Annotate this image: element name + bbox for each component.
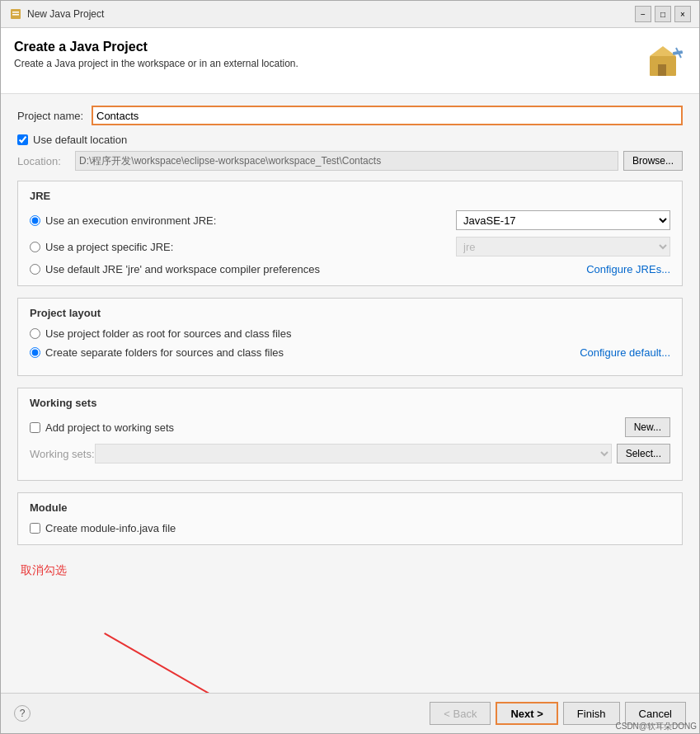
create-module-checkbox[interactable] bbox=[30, 523, 40, 534]
jre-default-radio[interactable] bbox=[30, 264, 40, 275]
svg-rect-2 bbox=[12, 14, 19, 16]
project-name-label: Project name: bbox=[17, 110, 92, 122]
svg-rect-5 bbox=[658, 64, 666, 76]
configure-default-link[interactable]: Configure default... bbox=[580, 346, 670, 359]
jre-section-title: JRE bbox=[30, 190, 670, 202]
project-name-row: Project name: bbox=[17, 106, 683, 125]
location-input bbox=[75, 151, 618, 171]
dialog-header: Create a Java Project Create a Java proj… bbox=[1, 28, 699, 94]
svg-rect-1 bbox=[12, 12, 19, 13]
location-label: Location: bbox=[17, 155, 75, 167]
dialog-footer: ? < Back Next > Finish Cancel bbox=[1, 693, 699, 733]
dialog-header-subtitle: Create a Java project in the workspace o… bbox=[14, 58, 298, 69]
module-section: Module Create module-info.java file bbox=[17, 492, 683, 545]
svg-marker-4 bbox=[650, 46, 676, 56]
layout-root-label: Use project folder as root for sources a… bbox=[45, 327, 291, 340]
jre-project-select: jre bbox=[456, 237, 670, 256]
layout-separate-label: Create separate folders for sources and … bbox=[45, 346, 284, 359]
watermark: CSDN@软耳朵DONG bbox=[616, 721, 698, 732]
working-sets-section: Working sets Add project to working sets… bbox=[17, 388, 683, 481]
jre-project-label: Use a project specific JRE: bbox=[45, 241, 173, 253]
working-sets-label: Working sets: bbox=[30, 448, 95, 460]
help-button[interactable]: ? bbox=[14, 705, 31, 722]
module-title: Module bbox=[30, 501, 670, 514]
use-default-location-label: Use default location bbox=[33, 134, 127, 146]
header-icon bbox=[646, 40, 686, 82]
layout-root-radio[interactable] bbox=[30, 328, 40, 339]
use-default-location-checkbox[interactable] bbox=[17, 134, 28, 145]
working-sets-select bbox=[95, 444, 612, 463]
maximize-button[interactable]: □ bbox=[655, 6, 671, 22]
jre-default-label: Use default JRE 'jre' and workspace comp… bbox=[45, 263, 320, 275]
project-layout-section: Project layout Use project folder as roo… bbox=[17, 298, 683, 376]
create-module-label: Create module-info.java file bbox=[45, 522, 176, 534]
dialog-body: Project name: Use default location Locat… bbox=[1, 94, 699, 693]
new-working-set-button[interactable]: New... bbox=[625, 417, 670, 437]
add-working-sets-checkbox[interactable] bbox=[30, 422, 40, 433]
title-bar: New Java Project − □ × bbox=[1, 1, 699, 28]
module-checkbox-row: Create module-info.java file bbox=[30, 522, 670, 534]
project-layout-title: Project layout bbox=[30, 307, 670, 319]
title-bar-controls: − □ × bbox=[635, 6, 691, 22]
new-java-project-dialog: New Java Project − □ × Create a Java Pro… bbox=[0, 0, 700, 734]
jre-section: JRE Use an execution environment JRE: Ja… bbox=[17, 181, 683, 286]
jre-project-radio[interactable] bbox=[30, 242, 40, 252]
jre-option3-row: Use default JRE 'jre' and workspace comp… bbox=[30, 263, 670, 275]
layout-option1-row: Use project folder as root for sources a… bbox=[30, 327, 670, 340]
jre-env-label: Use an execution environment JRE: bbox=[45, 214, 216, 227]
project-name-input[interactable] bbox=[92, 106, 683, 125]
jre-option1-row: Use an execution environment JRE: JavaSE… bbox=[30, 210, 670, 230]
jre-env-select[interactable]: JavaSE-17 JavaSE-11 JavaSE-8 bbox=[456, 210, 670, 230]
back-button[interactable]: < Back bbox=[430, 702, 491, 725]
browse-button[interactable]: Browse... bbox=[623, 151, 683, 171]
working-sets-input-row: Working sets: Select... bbox=[30, 444, 670, 463]
working-sets-title: Working sets bbox=[30, 397, 670, 409]
dialog-title: New Java Project bbox=[27, 8, 104, 20]
dialog-icon bbox=[9, 7, 22, 21]
dialog-header-title: Create a Java Project bbox=[14, 40, 298, 54]
annotation-text: 取消勾选 bbox=[21, 563, 683, 578]
layout-separate-radio[interactable] bbox=[30, 347, 40, 358]
close-button[interactable]: × bbox=[674, 6, 691, 22]
use-default-location-row: Use default location bbox=[17, 134, 683, 146]
location-row: Location: Browse... bbox=[17, 151, 683, 171]
svg-line-9 bbox=[105, 633, 390, 693]
jre-env-radio[interactable] bbox=[30, 215, 40, 226]
finish-button[interactable]: Finish bbox=[563, 702, 620, 725]
minimize-button[interactable]: − bbox=[635, 6, 651, 22]
add-working-sets-label: Add project to working sets bbox=[45, 421, 625, 434]
configure-jres-link[interactable]: Configure JREs... bbox=[586, 263, 670, 275]
layout-option2-row: Create separate folders for sources and … bbox=[30, 346, 670, 359]
select-working-set-button[interactable]: Select... bbox=[617, 444, 670, 463]
jre-option2-row: Use a project specific JRE: jre bbox=[30, 237, 670, 256]
next-button[interactable]: Next > bbox=[496, 702, 557, 725]
